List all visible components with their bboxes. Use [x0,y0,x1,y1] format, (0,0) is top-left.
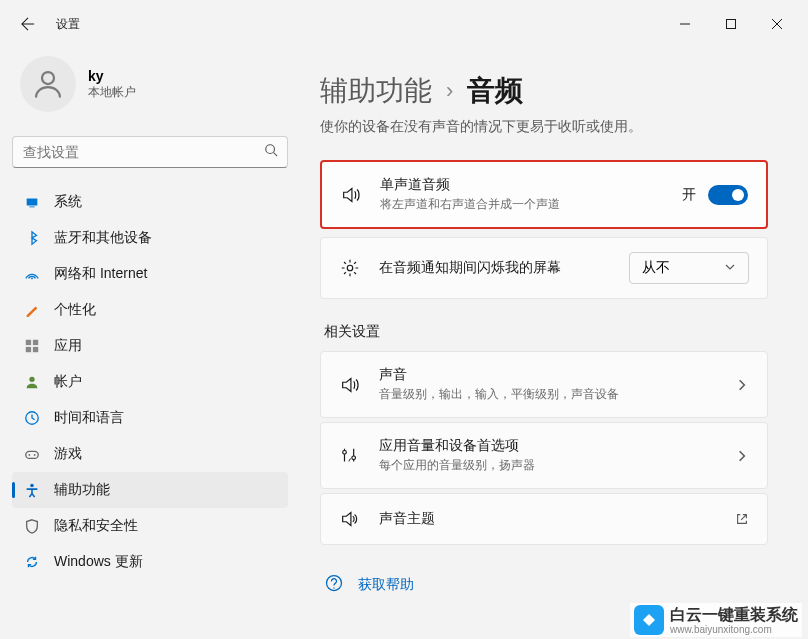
avatar [20,56,76,112]
svg-point-15 [30,484,34,488]
accessibility-icon [24,482,40,498]
search-icon [264,143,278,161]
svg-point-16 [347,265,353,271]
dropdown-value: 从不 [642,259,670,277]
related-settings-header: 相关设置 [324,323,768,341]
help-icon [324,573,344,597]
back-arrow-icon [21,17,35,31]
svg-point-14 [34,454,36,456]
nav-label: 网络和 Internet [54,265,147,283]
flash-screen-title: 在音频通知期间闪烁我的屏幕 [379,259,611,277]
get-help-link[interactable]: 获取帮助 [358,576,414,594]
nav-list: 系统蓝牙和其他设备网络和 Internet个性化应用帐户时间和语言游戏辅助功能隐… [12,184,288,580]
card-subtitle: 音量级别，输出，输入，平衡级别，声音设备 [379,386,717,403]
svg-rect-8 [26,347,31,352]
nav-label: 应用 [54,337,82,355]
related-card-theme[interactable]: 声音主题 [320,493,768,545]
nav-label: 隐私和安全性 [54,517,138,535]
mixer-icon [339,445,361,467]
svg-point-18 [352,456,356,460]
chevron-right-icon [735,449,749,463]
network-icon [24,266,40,282]
svg-rect-0 [727,20,736,29]
nav-label: 个性化 [54,301,96,319]
mono-audio-title: 单声道音频 [380,176,664,194]
back-button[interactable] [8,4,48,44]
page-description: 使你的设备在没有声音的情况下更易于收听或使用。 [320,118,768,136]
title-bar: 设置 [0,0,808,48]
breadcrumb-current: 音频 [467,72,523,110]
app-title: 设置 [56,16,80,33]
user-account-block[interactable]: ky 本地帐户 [12,48,288,120]
card-title: 应用音量和设备首选项 [379,437,717,455]
nav-item-apps[interactable]: 应用 [12,328,288,364]
breadcrumb-parent[interactable]: 辅助功能 [320,72,432,110]
nav-label: 游戏 [54,445,82,463]
watermark-text: 白云一键重装系统 [670,605,798,626]
person-icon [30,66,66,102]
flash-screen-dropdown[interactable]: 从不 [629,252,749,284]
theme-icon [339,508,361,530]
minimize-button[interactable] [662,8,708,40]
chevron-down-icon [724,260,736,276]
breadcrumb: 辅助功能 › 音频 [320,72,768,110]
svg-rect-6 [26,340,31,345]
flash-screen-card[interactable]: 在音频通知期间闪烁我的屏幕 从不 [320,237,768,299]
minimize-icon [680,19,690,29]
svg-rect-3 [27,198,38,205]
external-link-icon [735,512,749,526]
system-icon [24,194,40,210]
maximize-button[interactable] [708,8,754,40]
nav-item-update[interactable]: Windows 更新 [12,544,288,580]
nav-item-network[interactable]: 网络和 Internet [12,256,288,292]
related-card-mixer[interactable]: 应用音量和设备首选项每个应用的音量级别，扬声器 [320,422,768,489]
nav-item-gaming[interactable]: 游戏 [12,436,288,472]
breadcrumb-separator: › [446,78,453,104]
nav-item-bluetooth[interactable]: 蓝牙和其他设备 [12,220,288,256]
svg-point-1 [42,72,54,84]
card-title: 声音 [379,366,717,384]
svg-point-5 [31,278,33,280]
privacy-icon [24,518,40,534]
related-card-sound[interactable]: 声音音量级别，输出，输入，平衡级别，声音设备 [320,351,768,418]
gaming-icon [24,446,40,462]
toggle-state-label: 开 [682,186,696,204]
nav-item-time[interactable]: 时间和语言 [12,400,288,436]
speaker-icon [340,184,362,206]
chevron-right-icon [735,378,749,392]
content-area: 辅助功能 › 音频 使你的设备在没有声音的情况下更易于收听或使用。 单声道音频 … [300,48,808,639]
svg-rect-4 [29,206,34,207]
time-icon [24,410,40,426]
maximize-icon [726,19,736,29]
svg-point-13 [28,454,30,456]
search-wrapper [12,136,288,168]
search-input[interactable] [12,136,288,168]
nav-label: 蓝牙和其他设备 [54,229,152,247]
accounts-icon [24,374,40,390]
nav-item-system[interactable]: 系统 [12,184,288,220]
nav-item-privacy[interactable]: 隐私和安全性 [12,508,288,544]
apps-icon [24,338,40,354]
mono-audio-toggle[interactable] [708,185,748,205]
user-name: ky [88,68,136,84]
close-button[interactable] [754,8,800,40]
card-title: 声音主题 [379,510,717,528]
close-icon [772,19,782,29]
nav-label: Windows 更新 [54,553,143,571]
svg-rect-7 [33,340,38,345]
nav-label: 帐户 [54,373,82,391]
mono-audio-card[interactable]: 单声道音频 将左声道和右声道合并成一个声道 开 [320,160,768,229]
svg-rect-12 [26,451,38,458]
watermark-logo-icon [634,605,664,635]
card-subtitle: 每个应用的音量级别，扬声器 [379,457,717,474]
sound-icon [339,374,361,396]
nav-item-accessibility[interactable]: 辅助功能 [12,472,288,508]
personalize-icon [24,302,40,318]
nav-item-personalize[interactable]: 个性化 [12,292,288,328]
help-row: 获取帮助 [320,565,768,605]
nav-item-accounts[interactable]: 帐户 [12,364,288,400]
nav-label: 时间和语言 [54,409,124,427]
bluetooth-icon [24,230,40,246]
svg-point-2 [266,145,275,154]
sidebar: ky 本地帐户 系统蓝牙和其他设备网络和 Internet个性化应用帐户时间和语… [0,48,300,639]
